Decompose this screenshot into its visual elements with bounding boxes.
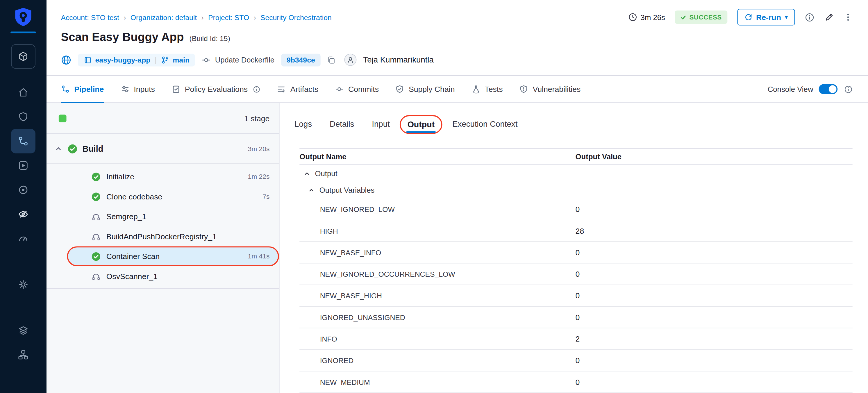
more-options-button[interactable] [844,13,852,22]
tab-supply-chain[interactable]: Supply Chain [395,76,455,102]
edit-pipeline-button[interactable] [825,12,834,22]
repo-link[interactable]: easy-buggy-app [84,56,151,64]
console-tab-logs[interactable]: Logs [294,119,312,128]
table-row: IGNORED_UNASSIGNED 0 [300,307,852,328]
tab-label: Artifacts [290,85,318,93]
console-view-toggle[interactable] [819,84,838,94]
console-tabs: Logs Details Input Output Execution Cont… [294,116,852,132]
sidebar-item-pipelines[interactable] [11,129,35,153]
sidebar-item-modules[interactable] [11,318,35,343]
build-meta-row: easy-buggy-app | main Update Dockerfile … [46,46,868,75]
primary-tabbar: Pipeline Inputs Policy Evaluations [46,75,868,103]
info-icon [805,12,814,22]
step-name: Initialize [106,172,134,181]
module-selector[interactable] [11,44,35,69]
person-icon [346,56,354,64]
tab-label: Pipeline [74,85,104,93]
layers-icon [18,325,29,336]
app-window: Account: STO test › Organization: defaul… [0,0,868,393]
console-tab-details[interactable]: Details [330,119,354,128]
tab-label: Supply Chain [409,85,455,93]
sidebar-item-shield[interactable] [11,104,35,129]
column-output-value: Output Value [576,153,852,161]
kebab-menu-icon [844,13,852,22]
breadcrumb-separator: › [124,13,126,22]
pipeline-icon [61,85,69,93]
info-icon [844,85,852,93]
console-view-control: Console View [768,76,852,102]
breadcrumb-module[interactable]: Security Orchestration [260,13,332,22]
logo-accent-bar [10,32,36,33]
tab-label: Inputs [134,85,155,93]
table-row: NEW_IGNORED_LOW 0 [300,199,852,220]
sidebar-item-executions[interactable] [11,153,35,178]
sidebar-item-home[interactable] [11,80,35,104]
rerun-button[interactable]: Re-run ▾ [737,9,795,25]
output-name: NEW_IGNORED_OCCURRENCES_LOW [300,270,575,278]
tab-vulnerabilities[interactable]: Vulnerabilities [520,76,581,102]
tab-policy-evaluations[interactable]: Policy Evaluations [172,76,260,102]
breadcrumb-account[interactable]: Account: STO test [61,13,119,22]
org-chart-icon [18,350,29,360]
output-value: 0 [576,248,852,257]
breadcrumb-separator: › [253,13,256,22]
tab-label: Policy Evaluations [185,85,248,93]
step-row-semgrep[interactable]: Semgrep_1 [46,206,279,226]
output-variables-group-row[interactable]: Output Variables [300,182,852,199]
executions-icon [18,160,29,171]
table-row: NEW_BASE_HIGH 0 [300,285,852,307]
module-sidebar [0,0,46,393]
git-branch-icon [161,56,169,64]
target-icon [18,184,29,195]
console-tab-input[interactable]: Input [372,119,390,128]
console-tab-label: Output [407,119,435,128]
step-row-clone-codebase[interactable]: Clone codebase 7s [46,187,279,207]
step-duration: 7s [262,193,270,201]
output-name: HIGH [300,227,575,235]
breadcrumb: Account: STO test › Organization: defaul… [61,13,331,22]
breadcrumb-project[interactable]: Project: STO [208,13,249,22]
info-button[interactable] [805,12,814,22]
console-tab-execution-context[interactable]: Execution Context [452,119,518,128]
output-value: 0 [576,313,852,322]
output-group-label: Output [315,169,338,178]
copy-sha-button[interactable] [327,56,336,64]
stage-status-square [59,114,67,122]
console-tab-output[interactable]: Output [407,119,435,128]
branch-link[interactable]: main [161,56,189,64]
sidebar-item-dashboards[interactable] [11,226,35,251]
step-row-initialize[interactable]: Initialize 1m 22s [46,167,279,187]
artifacts-icon [277,85,286,93]
output-group-row[interactable]: Output [300,165,852,181]
output-table: Output Name Output Value Output Outpu [300,148,852,393]
step-row-container-scan[interactable]: Container Scan 1m 41s [46,246,279,266]
step-queued-icon [91,232,100,241]
output-value: 0 [576,205,852,214]
commit-sha-chip[interactable]: 9b349ce [281,54,321,66]
tab-tests[interactable]: Tests [471,76,503,102]
sidebar-item-targets[interactable] [11,178,35,202]
commit-icon [335,85,344,93]
step-row-build-and-push[interactable]: BuildAndPushDockerRegistry_1 [46,226,279,246]
sidebar-item-sto[interactable] [11,202,35,226]
breadcrumb-org[interactable]: Organization: default [130,13,197,22]
harness-logo[interactable] [13,7,34,28]
output-variables-group-label: Output Variables [319,186,375,194]
cube-icon [18,51,29,62]
sidebar-item-settings[interactable] [11,272,35,297]
build-duration-text: 3m 26s [641,13,665,22]
success-check-icon [91,172,100,181]
execution-content: 1 stage Build 3m 20s [46,103,868,393]
tab-pipeline[interactable]: Pipeline [61,76,104,102]
info-icon [253,86,260,93]
tab-artifacts[interactable]: Artifacts [277,76,318,102]
output-value: 0 [576,291,852,300]
stage-row-build[interactable]: Build 3m 20s [46,134,279,164]
repo-name: easy-buggy-app [95,56,151,64]
tab-inputs[interactable]: Inputs [121,76,155,102]
step-row-osvscanner[interactable]: OsvScanner_1 [46,266,279,286]
output-name: INFO [300,335,575,343]
tab-commits[interactable]: Commits [335,76,379,102]
sidebar-item-org[interactable] [11,343,35,367]
check-icon [681,14,687,20]
